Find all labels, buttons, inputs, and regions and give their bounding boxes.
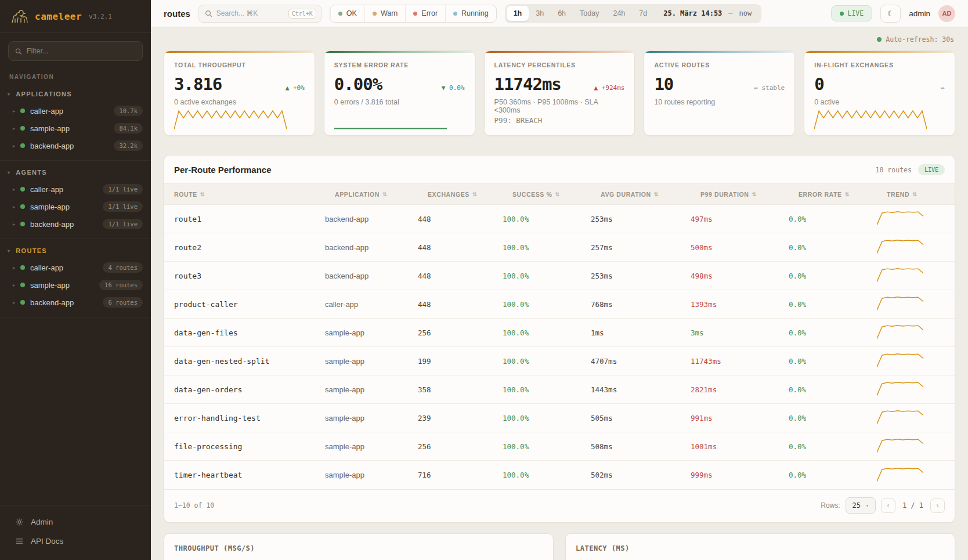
column-header[interactable]: ERROR RATE ⇅	[789, 191, 877, 198]
cell-avg-duration: 1443ms	[591, 385, 691, 394]
table-row[interactable]: route3 backend-app 448 100.0% 253ms 498m…	[164, 262, 955, 290]
status-filter-label: Running	[461, 9, 489, 17]
cell-application: sample-app	[325, 385, 418, 394]
status-dot	[413, 12, 417, 16]
time-range-pill[interactable]: 6h	[551, 6, 573, 21]
cell-success: 100.0%	[503, 328, 591, 337]
time-range-pill[interactable]: 24h	[606, 6, 632, 21]
column-header[interactable]: APPLICATION ⇅	[325, 191, 418, 198]
trend-sparkline	[877, 294, 923, 312]
table-row[interactable]: data-gen-orders sample-app 358 100.0% 14…	[164, 375, 955, 404]
sidebar-item-admin[interactable]: Admin	[0, 512, 151, 532]
cell-avg-duration: 4707ms	[591, 357, 691, 366]
cell-route: product-caller	[164, 300, 325, 309]
cell-route: data-gen-files	[164, 328, 325, 337]
sidebar-item-route-group[interactable]: ▸ caller-app 4 routes	[0, 259, 151, 276]
cell-exchanges: 358	[418, 385, 503, 394]
status-filter-chip[interactable]: Running	[445, 5, 496, 22]
prev-page-button[interactable]: ‹	[881, 498, 895, 513]
column-header[interactable]: ROUTE ⇅	[164, 191, 325, 198]
docs-icon	[15, 537, 24, 545]
cell-trend	[877, 436, 955, 456]
kpi-value: 10	[654, 74, 673, 94]
table-row[interactable]: timer-heartbeat sample-app 716 100.0% 50…	[164, 461, 955, 489]
sparkline	[174, 107, 287, 130]
cell-p99-duration: 1393ms	[691, 300, 789, 309]
cell-exchanges: 256	[418, 328, 503, 337]
section-header-routes[interactable]: ▾ ROUTES	[0, 243, 151, 259]
cell-trend	[877, 294, 955, 314]
cell-exchanges: 199	[418, 357, 503, 366]
time-range-pill[interactable]: 7d	[632, 6, 654, 21]
cell-avg-duration: 257ms	[591, 243, 691, 252]
time-range-pill[interactable]: Today	[573, 6, 606, 21]
section-header-agents[interactable]: ▾ AGENTS	[0, 164, 151, 180]
sidebar-item-agent[interactable]: ▸ backend-app 1/1 live	[0, 215, 151, 233]
status-filter-chip[interactable]: Error	[405, 5, 445, 22]
sidebar-item-route-group[interactable]: ▸ sample-app 16 routes	[0, 276, 151, 294]
table-live-badge: LIVE	[918, 164, 945, 175]
section-agents: ▾ AGENTS ▸ caller-app 1/1 live ▸ sample-…	[0, 161, 151, 239]
breadcrumb: routes	[164, 9, 190, 19]
sidebar-item-api-docs[interactable]: API Docs	[0, 532, 151, 551]
column-header[interactable]: EXCHANGES ⇅	[418, 191, 503, 198]
section-header-applications[interactable]: ▾ APPLICATIONS	[0, 86, 151, 102]
status-dot	[20, 187, 25, 192]
time-range-pill[interactable]: 1h	[507, 6, 529, 21]
column-header[interactable]: P99 DURATION ⇅	[691, 191, 789, 198]
column-header[interactable]: AVG DURATION ⇅	[591, 191, 691, 198]
sidebar-filter[interactable]	[8, 41, 143, 61]
kpi-value: 0.00%	[334, 74, 382, 94]
column-label: APPLICATION	[335, 191, 380, 198]
table-row[interactable]: data-gen-nested-split sample-app 199 100…	[164, 347, 955, 375]
table-row[interactable]: product-caller caller-app 448 100.0% 768…	[164, 290, 955, 319]
cell-application: caller-app	[325, 300, 418, 309]
live-toggle[interactable]: LIVE	[831, 5, 873, 21]
kpi-card: SYSTEM ERROR RATE 0.00% ▼ 0.0% 0 errors …	[324, 50, 475, 136]
table-row[interactable]: error-handling-test sample-app 239 100.0…	[164, 404, 955, 432]
sidebar-item-application[interactable]: ▸ backend-app 32.2k	[0, 137, 151, 154]
sparkline	[814, 107, 927, 130]
chevron-down-icon: ▾	[8, 92, 10, 97]
pagination-range: 1–10 of 10	[174, 501, 214, 510]
kpi-subtitle: 10 routes reporting	[654, 98, 785, 106]
delta-arrow-icon: ▲	[594, 84, 598, 92]
dark-mode-toggle[interactable]: ☾	[880, 5, 901, 23]
status-dot	[20, 126, 25, 131]
sidebar-item-agent[interactable]: ▸ sample-app 1/1 live	[0, 198, 151, 215]
column-header[interactable]: TREND ⇅	[877, 191, 955, 198]
column-header[interactable]: SUCCESS % ⇅	[503, 191, 591, 198]
rows-per-page-select[interactable]: 25 ▾	[846, 497, 876, 514]
sort-icon: ⇅	[200, 192, 205, 197]
cell-p99-duration: 3ms	[691, 328, 789, 337]
cell-p99-duration: 999ms	[691, 471, 789, 479]
sidebar-item-application[interactable]: ▸ sample-app 84.1k	[0, 120, 151, 137]
user-name: admin	[909, 9, 930, 18]
next-page-button[interactable]: ›	[930, 498, 945, 513]
avatar[interactable]: AD	[938, 5, 955, 22]
cell-route: data-gen-orders	[164, 385, 325, 394]
sidebar-item-route-group[interactable]: ▸ backend-app 6 routes	[0, 294, 151, 311]
table-row[interactable]: route1 backend-app 448 100.0% 253ms 497m…	[164, 205, 955, 233]
status-dot	[20, 265, 25, 270]
sort-icon: ⇅	[912, 192, 917, 197]
cell-error-rate: 0.0%	[789, 328, 877, 337]
status-filter-chip[interactable]: OK	[330, 5, 364, 22]
table-row[interactable]: file-processing sample-app 256 100.0% 50…	[164, 432, 955, 461]
status-filter-chip[interactable]: Warn	[364, 5, 405, 22]
sidebar-item-agent[interactable]: ▸ caller-app 1/1 live	[0, 180, 151, 198]
latency-chart-card: LATENCY (MS)	[565, 533, 955, 560]
table-row[interactable]: data-gen-files sample-app 256 100.0% 1ms…	[164, 319, 955, 347]
search-input[interactable]	[216, 9, 284, 17]
count-badge: 84.1k	[114, 123, 143, 133]
time-range-display[interactable]: 25. März 14:53 — now	[654, 9, 760, 17]
filter-input[interactable]	[27, 47, 136, 55]
search-box[interactable]: Ctrl+K	[198, 5, 322, 23]
sidebar-item-application[interactable]: ▸ caller-app 10.7k	[0, 102, 151, 120]
section-label: ROUTES	[16, 247, 47, 254]
time-range-pill[interactable]: 3h	[529, 6, 551, 21]
cell-success: 100.0%	[503, 442, 591, 451]
column-label: P99 DURATION	[700, 191, 749, 198]
table-row[interactable]: route2 backend-app 448 100.0% 257ms 500m…	[164, 233, 955, 262]
logo: cameleer v3.2.1	[0, 0, 151, 33]
